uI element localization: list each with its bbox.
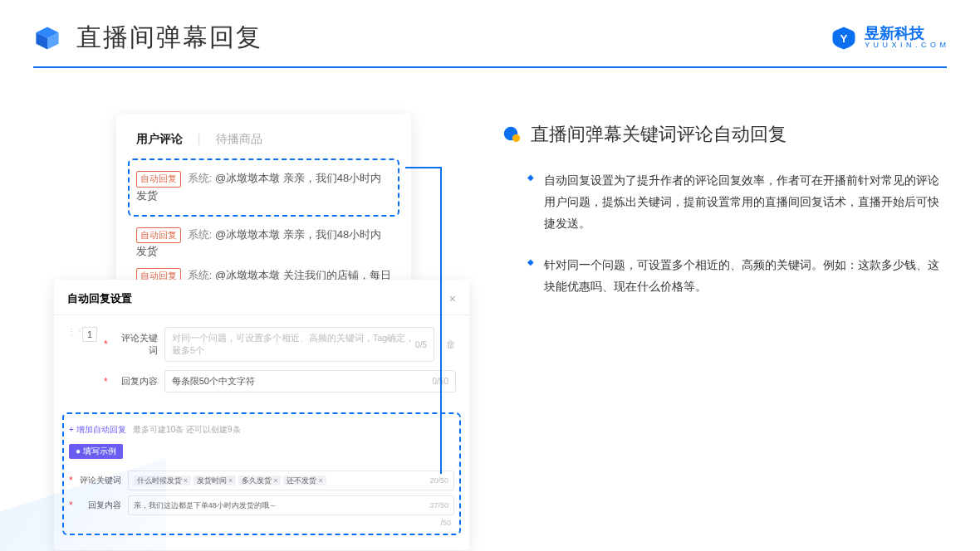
example-content-label: 回复内容: [80, 500, 121, 511]
brand-icon: Y: [831, 26, 856, 51]
bullet-icon: [502, 125, 521, 144]
settings-card: 自动回复设置 × ⋮⋮ 1 * 评论关键词 对同一个问题，可设置多个相近、高频的…: [54, 280, 469, 550]
trash-icon[interactable]: 🗑: [446, 339, 456, 350]
section-title: 直播间弹幕关键词评论自动回复: [531, 122, 786, 147]
close-icon[interactable]: ×: [449, 292, 456, 305]
keyword-label: 评论关键词: [115, 332, 158, 357]
keyword-tag[interactable]: 多久发货: [238, 475, 281, 485]
bullet-item: 自动回复设置为了提升作者的评论回复效率，作者可在开播前针对常见的评论用户问题，提…: [527, 170, 947, 235]
brand-name-en: Y U U X I N . C O M: [865, 41, 947, 50]
system-prefix: 系统:: [188, 228, 213, 241]
header-left: 直播间弹幕回复: [33, 21, 262, 55]
bullet-list: 自动回复设置为了提升作者的评论回复效率，作者可在开播前针对常见的评论用户问题，提…: [502, 170, 947, 297]
drag-handle-icon[interactable]: ⋮⋮: [67, 327, 76, 401]
brand-logo: Y 昱新科技 Y U U X I N . C O M: [831, 26, 947, 51]
stray-counter: /50: [69, 519, 454, 527]
cube-icon: [33, 24, 61, 52]
example-keyword-label: 评论关键词: [80, 475, 121, 486]
auto-reply-badge: 自动回复: [136, 227, 181, 244]
page-title: 直播间弹幕回复: [76, 21, 262, 55]
description-column: 直播间弹幕关键词评论自动回复 自动回复设置为了提升作者的评论回复效率，作者可在开…: [502, 114, 947, 317]
priority-badge: 1: [82, 327, 97, 342]
keyword-tag[interactable]: 还不发货: [283, 475, 326, 485]
system-prefix: 系统:: [188, 172, 213, 184]
keyword-input[interactable]: 对同一个问题，可设置多个相近、高频的关键词，Tag确定，最多5个 0/5: [164, 327, 434, 362]
add-rule-hint: 最多可建10条 还可以创建9条: [133, 425, 240, 434]
content-input[interactable]: 每条限50个中文字符 0/50: [164, 370, 456, 393]
svg-text:Y: Y: [840, 32, 848, 44]
connector-line: [405, 167, 442, 168]
tab-user-comments[interactable]: 用户评论: [136, 132, 183, 147]
example-keyword-input[interactable]: 什么时候发货发货时间多久发货还不发货 20/50: [128, 471, 454, 490]
auto-reply-badge: 自动回复: [136, 171, 181, 188]
add-rule-link[interactable]: + 增加自动回复: [69, 424, 126, 436]
content-label: 回复内容: [115, 375, 158, 388]
required-dot: *: [104, 339, 108, 350]
example-badge: ● 填写示例: [69, 444, 123, 459]
brand-name-cn: 昱新科技: [865, 26, 947, 42]
header-divider: [33, 66, 947, 68]
bullet-item: 针对同一个问题，可设置多个相近的、高频的关键词。例如：这款多少钱、这块能优惠吗、…: [527, 255, 947, 298]
required-dot: *: [104, 376, 108, 388]
example-content-input[interactable]: 亲，我们这边都是下单48小时内发货的哦～ 37/50: [128, 495, 454, 515]
connector-line: [440, 167, 442, 474]
svg-point-5: [512, 134, 520, 142]
screenshot-column: 用户评论 | 待播商品 自动回复 系统: @冰墩墩本墩 亲亲，我们48小时内发货…: [83, 114, 440, 317]
keyword-tag[interactable]: 什么时候发货: [134, 475, 191, 485]
keyword-tag[interactable]: 发货时间: [194, 475, 236, 485]
settings-title: 自动回复设置: [67, 291, 132, 306]
highlighted-comment: 自动回复 系统: @冰墩墩本墩 亲亲，我们48小时内发货: [128, 158, 399, 217]
required-dot: *: [69, 500, 73, 511]
example-highlight: + 增加自动回复 最多可建10条 还可以创建9条 ● 填写示例 * 评论关键词 …: [62, 412, 461, 535]
page-header: 直播间弹幕回复 Y 昱新科技 Y U U X I N . C O M: [0, 0, 980, 55]
tag-list: 什么时候发货发货时间多久发货还不发货: [134, 475, 329, 486]
required-dot: *: [69, 475, 73, 486]
tab-pending-products[interactable]: 待播商品: [216, 132, 262, 147]
